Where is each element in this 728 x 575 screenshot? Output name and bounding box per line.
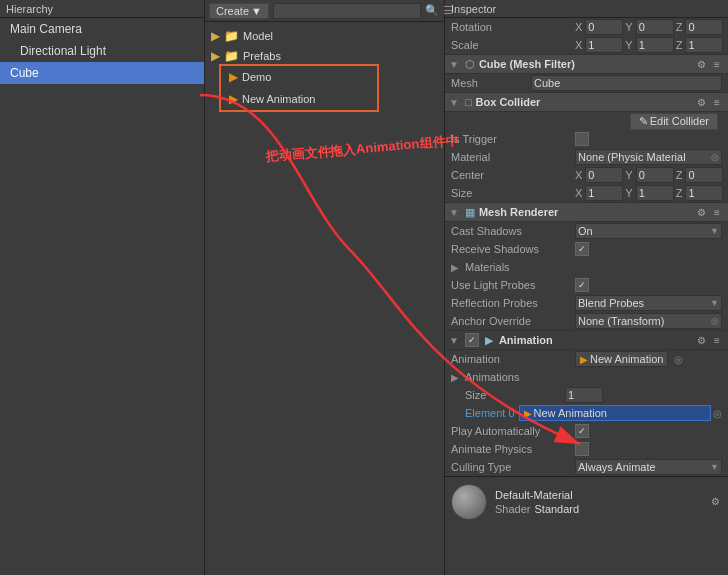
mesh-filter-expand[interactable]: ▼	[449, 59, 459, 70]
new-animation-label: New Animation	[242, 93, 315, 105]
anim-clip-circle[interactable]: ◎	[674, 354, 683, 365]
play-auto-row: Play Automatically	[445, 422, 728, 440]
size-x-input[interactable]	[585, 185, 623, 201]
mesh-renderer-expand[interactable]: ▼	[449, 207, 459, 218]
use-light-probes-checkbox[interactable]	[575, 278, 589, 292]
mesh-filter-gear-icon[interactable]: ≡	[710, 57, 724, 71]
box-collider-gear-icon[interactable]: ≡	[710, 95, 724, 109]
mesh-renderer-settings-icon[interactable]: ⚙	[694, 205, 708, 219]
center-x-input[interactable]	[585, 167, 623, 183]
animations-expand-row: ▶ Animations	[445, 368, 728, 386]
mesh-filter-settings-icon[interactable]: ⚙	[694, 57, 708, 71]
animation-settings-icon[interactable]: ⚙	[694, 333, 708, 347]
folder-prefabs[interactable]: ▶ 📁 Prefabs	[205, 46, 444, 66]
cast-shadows-dropdown[interactable]: On ▼	[575, 223, 722, 239]
rotation-row: Rotation X Y Z	[445, 18, 728, 36]
animation-section-title: Animation	[499, 334, 553, 346]
element0-value[interactable]: ▶ New Animation	[519, 405, 711, 421]
mesh-renderer-gear-icon[interactable]: ≡	[710, 205, 724, 219]
animate-physics-label: Animate Physics	[451, 443, 571, 455]
anchor-override-dropdown[interactable]: None (Transform) ◎	[575, 313, 722, 329]
inspector-title: Inspector	[451, 3, 496, 15]
mesh-renderer-icon: ▦	[465, 206, 475, 219]
collider-material-arrow: ◎	[711, 152, 719, 162]
scale-xyz: X Y Z	[575, 37, 723, 53]
rotation-x-label: X	[575, 21, 582, 33]
box-collider-icon: □	[465, 96, 472, 108]
edit-collider-button[interactable]: ✎ Edit Collider	[630, 113, 718, 130]
animation-expand[interactable]: ▼	[449, 335, 459, 346]
create-button[interactable]: Create ▼	[209, 3, 269, 19]
demo-item[interactable]: ▶ Demo	[221, 66, 377, 88]
inspector-header: Inspector	[445, 0, 728, 18]
size-z-input[interactable]	[685, 185, 723, 201]
cast-shadows-row: Cast Shadows On ▼	[445, 222, 728, 240]
animate-physics-checkbox[interactable]	[575, 442, 589, 456]
shader-label: Shader	[495, 503, 530, 515]
rotation-x-input[interactable]	[585, 19, 623, 35]
scale-z-input[interactable]	[685, 37, 723, 53]
scale-x-input[interactable]	[585, 37, 623, 53]
box-collider-title: Box Collider	[476, 96, 541, 108]
element-icon: ▶	[524, 408, 532, 419]
element0-row: Element 0 ▶ New Animation ◎	[445, 404, 728, 422]
reflection-probes-dropdown[interactable]: Blend Probes ▼	[575, 295, 722, 311]
size-label: Size	[451, 187, 571, 199]
size-y-input[interactable]	[636, 185, 674, 201]
culling-dropdown[interactable]: Always Animate ▼	[575, 459, 722, 475]
rotation-z-input[interactable]	[685, 19, 723, 35]
new-anim-file-icon: ▶	[229, 92, 238, 106]
receive-shadows-checkbox[interactable]	[575, 242, 589, 256]
hierarchy-item-cube[interactable]: Cube	[0, 62, 204, 84]
rotation-z-label: Z	[676, 21, 683, 33]
animation-gear-icon[interactable]: ≡	[710, 333, 724, 347]
animation-clip-row: Animation ▶ New Animation ◎	[445, 350, 728, 368]
hierarchy-item-light[interactable]: Directional Light	[0, 40, 204, 62]
folder-expand-icon-prefabs: ▶	[211, 49, 220, 63]
filter-icon: ☰	[443, 4, 453, 17]
animations-expand-arrow[interactable]: ▶	[451, 372, 459, 383]
animation-enabled-checkbox[interactable]	[465, 333, 479, 347]
anim-size-label: Size	[465, 389, 565, 401]
box-collider-header: ▼ □ Box Collider ⚙ ≡	[445, 92, 728, 112]
rotation-y-input[interactable]	[636, 19, 674, 35]
element0-circle[interactable]: ◎	[713, 408, 722, 419]
box-collider-expand[interactable]: ▼	[449, 97, 459, 108]
center-label: Center	[451, 169, 571, 181]
mesh-row: Mesh Cube	[445, 74, 728, 92]
reflection-probes-row: Reflection Probes Blend Probes ▼	[445, 294, 728, 312]
search-input[interactable]	[273, 3, 421, 19]
animation-section-header: ▼ ▶ Animation ⚙ ≡	[445, 330, 728, 350]
materials-expand[interactable]: ▶	[451, 262, 459, 273]
center-y-input[interactable]	[636, 167, 674, 183]
edit-collider-icon: ✎	[639, 115, 648, 128]
animations-label: Animations	[465, 371, 585, 383]
is-trigger-checkbox[interactable]	[575, 132, 589, 146]
project-panel: Create ▼ 🔍 ☰ ▶ 📁 Model ▶ 📁 Prefabs ▶ 📁 S…	[205, 0, 445, 575]
anchor-override-arrow: ◎	[711, 316, 719, 326]
collider-material-dropdown[interactable]: None (Physic Material ◎	[575, 149, 722, 165]
material-icon[interactable]: ⚙	[708, 495, 722, 509]
scale-row: Scale X Y Z	[445, 36, 728, 54]
folder-model[interactable]: ▶ 📁 Model	[205, 26, 444, 46]
scale-label: Scale	[451, 39, 571, 51]
hierarchy-item-camera[interactable]: Main Camera	[0, 18, 204, 40]
anchor-override-label: Anchor Override	[451, 315, 571, 327]
new-animation-item[interactable]: ▶ New Animation	[221, 88, 377, 110]
light-label: Directional Light	[20, 44, 106, 58]
mesh-label: Mesh	[451, 77, 531, 89]
folder-icon-prefabs: 📁	[224, 49, 239, 63]
center-z-input[interactable]	[685, 167, 723, 183]
is-trigger-label: Is Trigger	[451, 133, 571, 145]
use-light-probes-row: Use Light Probes	[445, 276, 728, 294]
anim-size-input[interactable]	[565, 387, 603, 403]
animations-size-row: Size	[445, 386, 728, 404]
demo-animation-box: ▶ Demo ▶ New Animation	[219, 64, 379, 112]
scale-y-input[interactable]	[636, 37, 674, 53]
cast-shadows-arrow: ▼	[710, 226, 719, 236]
play-auto-checkbox[interactable]	[575, 424, 589, 438]
box-collider-settings-icon[interactable]: ⚙	[694, 95, 708, 109]
material-info: Default-Material Shader Standard	[495, 489, 579, 515]
rotation-xyz: X Y Z	[575, 19, 723, 35]
collider-material-label: Material	[451, 151, 571, 163]
